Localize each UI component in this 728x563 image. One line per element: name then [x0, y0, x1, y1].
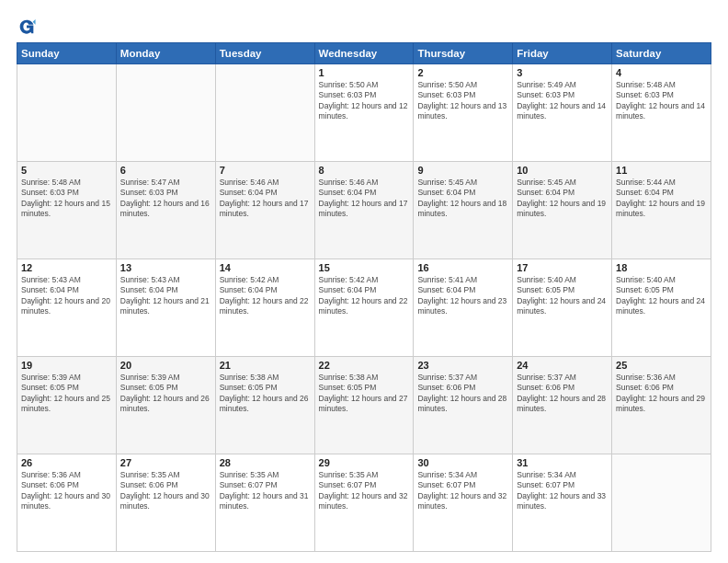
day-cell: 21Sunrise: 5:38 AMSunset: 6:05 PMDayligh… [215, 357, 314, 454]
calendar-table: SundayMondayTuesdayWednesdayThursdayFrid… [17, 42, 711, 552]
day-info: Sunrise: 5:42 AMSunset: 6:04 PMDaylight:… [220, 275, 311, 317]
day-cell: 20Sunrise: 5:39 AMSunset: 6:05 PMDayligh… [116, 357, 215, 454]
weekday-header-friday: Friday [513, 43, 612, 64]
day-info: Sunrise: 5:38 AMSunset: 6:05 PMDaylight:… [319, 373, 410, 415]
day-info: Sunrise: 5:45 AMSunset: 6:04 PMDaylight:… [417, 178, 508, 220]
day-info: Sunrise: 5:47 AMSunset: 6:03 PMDaylight:… [120, 178, 211, 220]
day-cell: 3Sunrise: 5:49 AMSunset: 6:03 PMDaylight… [513, 64, 612, 162]
day-cell: 10Sunrise: 5:45 AMSunset: 6:04 PMDayligh… [513, 162, 612, 259]
day-number: 21 [220, 360, 311, 371]
day-cell: 15Sunrise: 5:42 AMSunset: 6:04 PMDayligh… [314, 259, 414, 357]
day-cell: 5Sunrise: 5:48 AMSunset: 6:03 PMDaylight… [17, 162, 117, 259]
day-info: Sunrise: 5:43 AMSunset: 6:04 PMDaylight:… [21, 275, 112, 317]
day-cell: 9Sunrise: 5:45 AMSunset: 6:04 PMDaylight… [414, 162, 513, 259]
day-cell: 18Sunrise: 5:40 AMSunset: 6:05 PMDayligh… [612, 259, 711, 357]
day-cell: 7Sunrise: 5:46 AMSunset: 6:04 PMDaylight… [215, 162, 314, 259]
day-info: Sunrise: 5:45 AMSunset: 6:04 PMDaylight:… [517, 178, 608, 220]
week-row-2: 5Sunrise: 5:48 AMSunset: 6:03 PMDaylight… [17, 162, 711, 259]
day-info: Sunrise: 5:37 AMSunset: 6:06 PMDaylight:… [517, 373, 608, 415]
day-cell: 24Sunrise: 5:37 AMSunset: 6:06 PMDayligh… [513, 357, 612, 454]
week-row-4: 19Sunrise: 5:39 AMSunset: 6:05 PMDayligh… [17, 357, 711, 454]
weekday-header-saturday: Saturday [612, 43, 711, 64]
weekday-header-tuesday: Tuesday [215, 43, 314, 64]
day-number: 31 [517, 457, 608, 468]
day-cell: 27Sunrise: 5:35 AMSunset: 6:06 PMDayligh… [116, 454, 215, 552]
day-info: Sunrise: 5:36 AMSunset: 6:06 PMDaylight:… [21, 470, 112, 512]
day-info: Sunrise: 5:34 AMSunset: 6:07 PMDaylight:… [417, 470, 508, 512]
day-cell: 17Sunrise: 5:40 AMSunset: 6:05 PMDayligh… [513, 259, 612, 357]
day-number: 4 [616, 67, 707, 78]
day-cell: 4Sunrise: 5:48 AMSunset: 6:03 PMDaylight… [612, 64, 711, 162]
day-info: Sunrise: 5:36 AMSunset: 6:06 PMDaylight:… [616, 373, 707, 415]
day-number: 24 [517, 360, 608, 371]
day-number: 18 [616, 262, 707, 273]
day-number: 20 [120, 360, 211, 371]
day-cell: 16Sunrise: 5:41 AMSunset: 6:04 PMDayligh… [414, 259, 513, 357]
day-number: 15 [319, 262, 410, 273]
day-info: Sunrise: 5:39 AMSunset: 6:05 PMDaylight:… [21, 373, 112, 415]
day-cell: 29Sunrise: 5:35 AMSunset: 6:07 PMDayligh… [314, 454, 414, 552]
day-number: 10 [517, 165, 608, 176]
day-info: Sunrise: 5:40 AMSunset: 6:05 PMDaylight:… [517, 275, 608, 317]
weekday-header-thursday: Thursday [414, 43, 513, 64]
day-number: 13 [120, 262, 211, 273]
day-info: Sunrise: 5:46 AMSunset: 6:04 PMDaylight:… [319, 178, 410, 220]
day-info: Sunrise: 5:35 AMSunset: 6:07 PMDaylight:… [220, 470, 311, 512]
day-info: Sunrise: 5:44 AMSunset: 6:04 PMDaylight:… [616, 178, 707, 220]
header [17, 17, 711, 37]
day-number: 26 [21, 457, 112, 468]
weekday-header-monday: Monday [116, 43, 215, 64]
week-row-3: 12Sunrise: 5:43 AMSunset: 6:04 PMDayligh… [17, 259, 711, 357]
day-info: Sunrise: 5:40 AMSunset: 6:05 PMDaylight:… [616, 275, 707, 317]
day-number: 1 [319, 67, 410, 78]
day-cell: 30Sunrise: 5:34 AMSunset: 6:07 PMDayligh… [414, 454, 513, 552]
day-number: 8 [319, 165, 410, 176]
day-cell: 1Sunrise: 5:50 AMSunset: 6:03 PMDaylight… [314, 64, 414, 162]
week-row-5: 26Sunrise: 5:36 AMSunset: 6:06 PMDayligh… [17, 454, 711, 552]
day-info: Sunrise: 5:38 AMSunset: 6:05 PMDaylight:… [220, 373, 311, 415]
day-number: 19 [21, 360, 112, 371]
day-cell: 8Sunrise: 5:46 AMSunset: 6:04 PMDaylight… [314, 162, 414, 259]
day-cell [215, 64, 314, 162]
day-number: 17 [517, 262, 608, 273]
day-cell: 31Sunrise: 5:34 AMSunset: 6:07 PMDayligh… [513, 454, 612, 552]
day-info: Sunrise: 5:35 AMSunset: 6:06 PMDaylight:… [120, 470, 211, 512]
day-info: Sunrise: 5:42 AMSunset: 6:04 PMDaylight:… [319, 275, 410, 317]
day-cell [612, 454, 711, 552]
day-info: Sunrise: 5:50 AMSunset: 6:03 PMDaylight:… [417, 80, 508, 122]
day-cell: 6Sunrise: 5:47 AMSunset: 6:03 PMDaylight… [116, 162, 215, 259]
day-number: 7 [220, 165, 311, 176]
day-cell: 26Sunrise: 5:36 AMSunset: 6:06 PMDayligh… [17, 454, 117, 552]
day-number: 22 [319, 360, 410, 371]
day-number: 16 [417, 262, 508, 273]
day-info: Sunrise: 5:46 AMSunset: 6:04 PMDaylight:… [220, 178, 311, 220]
day-number: 14 [220, 262, 311, 273]
day-cell: 11Sunrise: 5:44 AMSunset: 6:04 PMDayligh… [612, 162, 711, 259]
day-number: 5 [21, 165, 112, 176]
weekday-header-row: SundayMondayTuesdayWednesdayThursdayFrid… [17, 43, 711, 64]
day-number: 3 [517, 67, 608, 78]
day-info: Sunrise: 5:37 AMSunset: 6:06 PMDaylight:… [417, 373, 508, 415]
day-cell: 28Sunrise: 5:35 AMSunset: 6:07 PMDayligh… [215, 454, 314, 552]
day-number: 27 [120, 457, 211, 468]
day-cell: 14Sunrise: 5:42 AMSunset: 6:04 PMDayligh… [215, 259, 314, 357]
day-cell: 22Sunrise: 5:38 AMSunset: 6:05 PMDayligh… [314, 357, 414, 454]
day-number: 30 [417, 457, 508, 468]
day-cell: 19Sunrise: 5:39 AMSunset: 6:05 PMDayligh… [17, 357, 117, 454]
day-info: Sunrise: 5:41 AMSunset: 6:04 PMDaylight:… [417, 275, 508, 317]
day-number: 12 [21, 262, 112, 273]
day-number: 23 [417, 360, 508, 371]
day-info: Sunrise: 5:50 AMSunset: 6:03 PMDaylight:… [319, 80, 410, 122]
day-info: Sunrise: 5:43 AMSunset: 6:04 PMDaylight:… [120, 275, 211, 317]
day-number: 25 [616, 360, 707, 371]
day-info: Sunrise: 5:39 AMSunset: 6:05 PMDaylight:… [120, 373, 211, 415]
day-cell: 23Sunrise: 5:37 AMSunset: 6:06 PMDayligh… [414, 357, 513, 454]
day-info: Sunrise: 5:49 AMSunset: 6:03 PMDaylight:… [517, 80, 608, 122]
day-info: Sunrise: 5:48 AMSunset: 6:03 PMDaylight:… [21, 178, 112, 220]
day-number: 9 [417, 165, 508, 176]
day-cell: 12Sunrise: 5:43 AMSunset: 6:04 PMDayligh… [17, 259, 117, 357]
day-info: Sunrise: 5:35 AMSunset: 6:07 PMDaylight:… [319, 470, 410, 512]
day-cell: 25Sunrise: 5:36 AMSunset: 6:06 PMDayligh… [612, 357, 711, 454]
week-row-1: 1Sunrise: 5:50 AMSunset: 6:03 PMDaylight… [17, 64, 711, 162]
day-number: 6 [120, 165, 211, 176]
